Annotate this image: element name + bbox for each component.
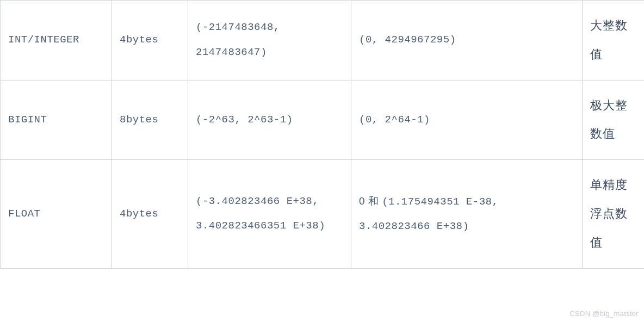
datatype-table: INT/INTEGER 4bytes (-2147483648, 2147483… [0, 0, 644, 269]
cell-signed-range: (-2147483648, 2147483647) [188, 1, 351, 81]
table-row: FLOAT 4bytes (-3.402823466 E+38, 3.40282… [1, 160, 645, 268]
cell-type-name: INT/INTEGER [1, 1, 112, 81]
cell-signed-range: (-3.402823466 E+38, 3.402823466351 E+38) [188, 160, 351, 268]
cell-unsigned-range: 0 和 (1.175494351 E-38, 3.402823466 E+38) [351, 160, 583, 268]
table-row: INT/INTEGER 4bytes (-2147483648, 2147483… [1, 1, 645, 81]
cell-type-name: BIGINT [1, 80, 112, 160]
cell-description: 极大整数值 [583, 80, 645, 160]
cell-size: 4bytes [112, 1, 188, 81]
cell-size: 4bytes [112, 160, 188, 268]
cell-size: 8bytes [112, 80, 188, 160]
cell-type-name: FLOAT [1, 160, 112, 268]
watermark-text: CSDN @big_matster [569, 309, 639, 318]
table-row: BIGINT 8bytes (-2^63, 2^63-1) (0, 2^64-1… [1, 80, 645, 160]
cell-unsigned-range: (0, 2^64-1) [351, 80, 583, 160]
cell-signed-range: (-2^63, 2^63-1) [188, 80, 351, 160]
cell-description: 单精度浮点数值 [583, 160, 645, 268]
cell-unsigned-range: (0, 4294967295) [351, 1, 583, 81]
cell-description: 大整数值 [583, 1, 645, 81]
